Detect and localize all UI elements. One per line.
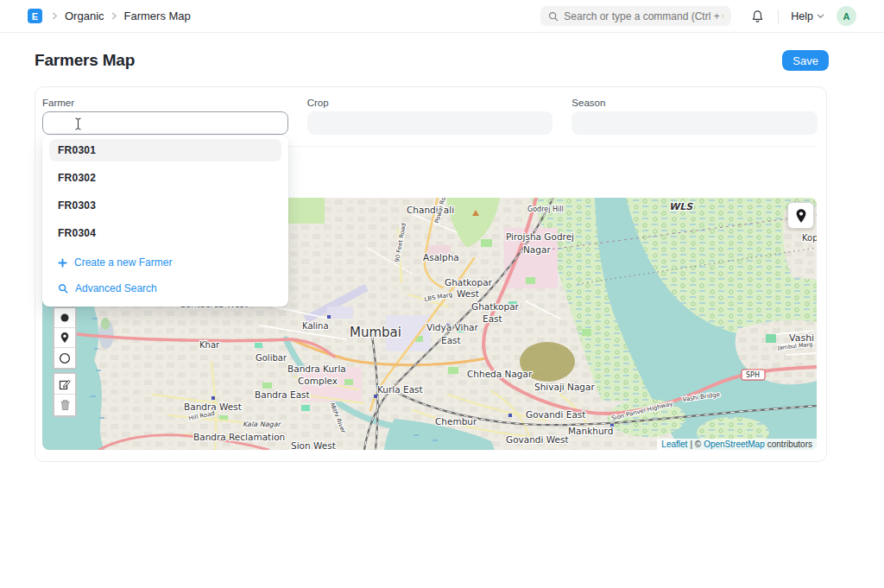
- dropdown-option[interactable]: FR0303: [49, 194, 281, 217]
- form-card: Farmer Crop Season FR0301 FR0302 FR0303 …: [35, 86, 827, 462]
- map-label: SPH: [746, 371, 760, 379]
- chevron-right-icon: [51, 12, 59, 20]
- map-label: Shivaji Nagar: [534, 382, 595, 392]
- map-label: Pirojsha Godrej: [506, 231, 574, 242]
- season-input[interactable]: [571, 111, 818, 135]
- advanced-search-label: Advanced Search: [75, 282, 157, 294]
- draw-marker-button[interactable]: [54, 328, 75, 348]
- map-label: Golibar: [256, 353, 287, 363]
- breadcrumb-item-organic[interactable]: Organic: [65, 9, 104, 22]
- plus-icon: [58, 258, 67, 268]
- attribution-suffix: contributors: [767, 439, 812, 449]
- map-label: Kop: [802, 233, 817, 243]
- notifications-bell-icon[interactable]: [751, 9, 764, 23]
- app-logo[interactable]: E: [28, 9, 42, 23]
- app-logo-letter: E: [32, 11, 38, 22]
- map-label: Khar: [199, 340, 220, 350]
- map-label: Complex: [298, 376, 338, 386]
- openstreetmap-link[interactable]: OpenStreetMap: [704, 439, 765, 449]
- map-label: Nagar: [523, 244, 551, 255]
- map-label: Mumbai: [350, 325, 401, 340]
- farmer-input[interactable]: [42, 111, 288, 135]
- map-label: East: [483, 313, 502, 324]
- search-input[interactable]: [564, 10, 723, 22]
- map-label: Kalina: [302, 321, 329, 331]
- season-label: Season: [571, 98, 818, 108]
- avatar[interactable]: A: [837, 6, 856, 26]
- map-label: Kala Nagar: [243, 420, 282, 428]
- map-label: West: [457, 288, 479, 299]
- farmer-label: Farmer: [42, 98, 288, 108]
- map-label: Bandra Kurla: [287, 364, 346, 374]
- dropdown-option[interactable]: FR0304: [49, 222, 281, 244]
- circle-outline-icon: [59, 352, 71, 364]
- dropdown-option[interactable]: FR0301: [49, 139, 281, 161]
- map-label: WLS: [669, 201, 693, 212]
- map-label: East: [441, 335, 461, 345]
- draw-circle-button[interactable]: [54, 348, 75, 368]
- season-field: Season: [571, 98, 818, 135]
- avatar-letter: A: [843, 11, 850, 22]
- trash-icon: [60, 399, 71, 411]
- delete-layers-button[interactable]: [54, 395, 75, 415]
- map-label: Govandi East: [526, 409, 585, 420]
- crop-label: Crop: [307, 98, 553, 108]
- map-label: Ghatkopar: [445, 277, 493, 288]
- search-icon: [58, 283, 68, 294]
- chevron-down-icon: [817, 12, 824, 20]
- page-title: Farmers Map: [35, 51, 135, 70]
- map-label: Asalpha: [423, 252, 459, 262]
- map-label: Govandi West: [506, 434, 569, 445]
- map-label: Chandivali: [407, 205, 454, 215]
- map-label: Mankhurd: [568, 426, 613, 436]
- edit-toolbar: [53, 372, 77, 417]
- breadcrumb-item-farmers-map[interactable]: Farmers Map: [124, 9, 191, 22]
- advanced-search-link[interactable]: Advanced Search: [49, 275, 281, 301]
- map-label: Ghatkopar: [471, 301, 520, 312]
- map-label: Chembur: [435, 416, 477, 427]
- farmer-field: Farmer: [42, 98, 288, 135]
- draw-circlemarker-button[interactable]: [54, 308, 75, 328]
- farmer-dropdown: FR0301 FR0302 FR0303 FR0304 Create a new…: [42, 136, 288, 307]
- breadcrumb: Organic Farmers Map: [51, 9, 191, 22]
- edit-layers-button[interactable]: [54, 374, 75, 395]
- dropdown-option[interactable]: FR0302: [49, 167, 281, 189]
- locate-button[interactable]: [787, 202, 814, 229]
- help-label: Help: [791, 10, 813, 22]
- map-label: Chheda Nagar: [467, 369, 533, 379]
- map-label: Kurla East: [377, 384, 423, 395]
- global-search[interactable]: [540, 6, 731, 26]
- map-label: Vidya Vihar: [426, 322, 478, 332]
- filled-circle-icon: [60, 313, 70, 323]
- navbar: E Organic Farmers Map Help A: [0, 0, 884, 33]
- map-label: Godrej Hill: [527, 205, 564, 213]
- create-new-farmer-label: Create a new Farmer: [74, 256, 172, 269]
- marker-pin-icon: [60, 332, 70, 344]
- map-attribution: Leaflet | © OpenStreetMap contributors: [657, 439, 817, 450]
- leaflet-link[interactable]: Leaflet: [661, 439, 687, 449]
- edit-pencil-icon: [59, 378, 71, 390]
- location-pin-icon: [794, 208, 808, 224]
- filter-fields: Farmer Crop Season: [42, 98, 818, 135]
- draw-toolbar: [53, 307, 77, 370]
- crop-input[interactable]: [307, 111, 553, 135]
- crop-field: Crop: [307, 98, 553, 135]
- navbar-right: Help A: [540, 6, 856, 26]
- chevron-right-icon: [110, 12, 118, 20]
- attribution-divider: | ©: [690, 439, 701, 449]
- search-icon: [548, 11, 559, 22]
- create-new-farmer-link[interactable]: Create a new Farmer: [49, 250, 281, 275]
- save-button[interactable]: Save: [782, 50, 829, 71]
- map-label: Sion West: [291, 440, 336, 450]
- map-label: Bandra East: [255, 389, 310, 400]
- navbar-divider: [778, 9, 779, 23]
- map-label: Bandra Reclamation: [193, 432, 285, 442]
- help-menu[interactable]: Help: [791, 10, 824, 22]
